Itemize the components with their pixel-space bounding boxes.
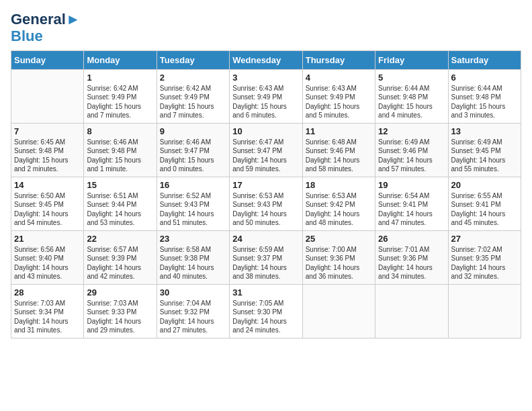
calendar-cell xyxy=(302,284,375,338)
day-number: 15 xyxy=(87,180,153,190)
day-number: 4 xyxy=(306,73,372,83)
calendar-cell: 12Sunrise: 6:49 AMSunset: 9:46 PMDayligh… xyxy=(375,123,448,177)
calendar-cell: 30Sunrise: 7:04 AMSunset: 9:32 PMDayligh… xyxy=(157,284,229,338)
calendar-week-4: 21Sunrise: 6:56 AMSunset: 9:40 PMDayligh… xyxy=(11,230,521,284)
page-header: General► Blue xyxy=(11,11,521,45)
day-number: 31 xyxy=(232,287,299,298)
calendar-cell: 20Sunrise: 6:55 AMSunset: 9:41 PMDayligh… xyxy=(448,177,521,230)
day-detail: Sunrise: 6:43 AMSunset: 9:49 PMDaylight:… xyxy=(306,84,372,120)
calendar-cell: 16Sunrise: 6:52 AMSunset: 9:43 PMDayligh… xyxy=(157,177,229,230)
calendar-cell: 18Sunrise: 6:53 AMSunset: 9:42 PMDayligh… xyxy=(302,177,375,230)
calendar-cell: 6Sunrise: 6:44 AMSunset: 9:48 PMDaylight… xyxy=(448,69,521,123)
calendar-cell: 3Sunrise: 6:43 AMSunset: 9:49 PMDaylight… xyxy=(230,69,302,123)
calendar-cell: 17Sunrise: 6:53 AMSunset: 9:43 PMDayligh… xyxy=(230,177,302,230)
calendar-cell: 29Sunrise: 7:03 AMSunset: 9:33 PMDayligh… xyxy=(84,284,157,338)
calendar-cell: 13Sunrise: 6:49 AMSunset: 9:45 PMDayligh… xyxy=(448,123,521,177)
day-number: 18 xyxy=(306,180,372,190)
day-detail: Sunrise: 6:47 AMSunset: 9:47 PMDaylight:… xyxy=(232,138,299,174)
calendar-header-monday: Monday xyxy=(84,50,157,69)
calendar-cell: 8Sunrise: 6:46 AMSunset: 9:48 PMDaylight… xyxy=(84,123,157,177)
calendar-cell: 21Sunrise: 6:56 AMSunset: 9:40 PMDayligh… xyxy=(11,230,84,284)
calendar-cell: 28Sunrise: 7:03 AMSunset: 9:34 PMDayligh… xyxy=(11,284,84,338)
day-detail: Sunrise: 7:00 AMSunset: 9:36 PMDaylight:… xyxy=(306,245,372,281)
calendar-week-3: 14Sunrise: 6:50 AMSunset: 9:45 PMDayligh… xyxy=(11,177,521,230)
calendar-header-friday: Friday xyxy=(375,50,448,69)
calendar-cell: 22Sunrise: 6:57 AMSunset: 9:39 PMDayligh… xyxy=(84,230,157,284)
day-number: 16 xyxy=(160,180,226,190)
logo: General► Blue xyxy=(11,11,81,45)
day-detail: Sunrise: 7:01 AMSunset: 9:36 PMDaylight:… xyxy=(378,245,445,281)
calendar-cell: 14Sunrise: 6:50 AMSunset: 9:45 PMDayligh… xyxy=(11,177,84,230)
day-number: 28 xyxy=(14,287,81,298)
day-detail: Sunrise: 6:50 AMSunset: 9:45 PMDaylight:… xyxy=(14,191,81,228)
day-detail: Sunrise: 6:43 AMSunset: 9:49 PMDaylight:… xyxy=(232,84,299,120)
day-detail: Sunrise: 6:44 AMSunset: 9:48 PMDaylight:… xyxy=(451,84,518,120)
day-detail: Sunrise: 6:57 AMSunset: 9:39 PMDaylight:… xyxy=(87,245,153,281)
day-detail: Sunrise: 6:53 AMSunset: 9:42 PMDaylight:… xyxy=(306,191,372,228)
day-number: 11 xyxy=(306,126,372,136)
calendar-cell xyxy=(11,69,84,123)
day-number: 27 xyxy=(451,234,518,244)
calendar-cell: 19Sunrise: 6:54 AMSunset: 9:41 PMDayligh… xyxy=(375,177,448,230)
day-number: 12 xyxy=(378,126,445,136)
calendar-cell: 23Sunrise: 6:58 AMSunset: 9:38 PMDayligh… xyxy=(157,230,229,284)
calendar-header-row: SundayMondayTuesdayWednesdayThursdayFrid… xyxy=(11,50,521,69)
calendar-cell: 5Sunrise: 6:44 AMSunset: 9:48 PMDaylight… xyxy=(375,69,448,123)
calendar-cell: 7Sunrise: 6:45 AMSunset: 9:48 PMDaylight… xyxy=(11,123,84,177)
day-number: 22 xyxy=(87,234,153,244)
calendar-cell xyxy=(448,284,521,338)
day-detail: Sunrise: 6:56 AMSunset: 9:40 PMDaylight:… xyxy=(14,245,81,281)
day-number: 19 xyxy=(378,180,445,190)
calendar-week-2: 7Sunrise: 6:45 AMSunset: 9:48 PMDaylight… xyxy=(11,123,521,177)
calendar-cell: 4Sunrise: 6:43 AMSunset: 9:49 PMDaylight… xyxy=(302,69,375,123)
calendar-cell: 11Sunrise: 6:48 AMSunset: 9:46 PMDayligh… xyxy=(302,123,375,177)
calendar-cell: 31Sunrise: 7:05 AMSunset: 9:30 PMDayligh… xyxy=(230,284,302,338)
day-detail: Sunrise: 6:42 AMSunset: 9:49 PMDaylight:… xyxy=(160,84,226,120)
day-detail: Sunrise: 7:04 AMSunset: 9:32 PMDaylight:… xyxy=(160,299,226,335)
calendar-cell: 2Sunrise: 6:42 AMSunset: 9:49 PMDaylight… xyxy=(157,69,229,123)
calendar-week-1: 1Sunrise: 6:42 AMSunset: 9:49 PMDaylight… xyxy=(11,69,521,123)
day-detail: Sunrise: 7:03 AMSunset: 9:33 PMDaylight:… xyxy=(87,299,153,335)
day-number: 20 xyxy=(451,180,518,190)
calendar-cell: 9Sunrise: 6:46 AMSunset: 9:47 PMDaylight… xyxy=(157,123,229,177)
calendar-header-sunday: Sunday xyxy=(11,50,84,69)
day-number: 10 xyxy=(232,126,299,136)
day-number: 25 xyxy=(306,234,372,244)
calendar-cell: 27Sunrise: 7:02 AMSunset: 9:35 PMDayligh… xyxy=(448,230,521,284)
day-detail: Sunrise: 6:51 AMSunset: 9:44 PMDaylight:… xyxy=(87,191,153,228)
calendar-header-saturday: Saturday xyxy=(448,50,521,69)
day-detail: Sunrise: 6:44 AMSunset: 9:48 PMDaylight:… xyxy=(378,84,445,120)
day-number: 29 xyxy=(87,287,153,298)
calendar-cell: 15Sunrise: 6:51 AMSunset: 9:44 PMDayligh… xyxy=(84,177,157,230)
day-number: 6 xyxy=(451,73,518,83)
calendar-header-wednesday: Wednesday xyxy=(230,50,302,69)
day-number: 14 xyxy=(14,180,81,190)
day-detail: Sunrise: 6:46 AMSunset: 9:47 PMDaylight:… xyxy=(160,138,226,174)
calendar-header-tuesday: Tuesday xyxy=(157,50,229,69)
day-number: 30 xyxy=(160,287,226,298)
calendar-cell: 25Sunrise: 7:00 AMSunset: 9:36 PMDayligh… xyxy=(302,230,375,284)
logo-blue: Blue xyxy=(11,28,81,44)
calendar-cell: 26Sunrise: 7:01 AMSunset: 9:36 PMDayligh… xyxy=(375,230,448,284)
day-detail: Sunrise: 7:05 AMSunset: 9:30 PMDaylight:… xyxy=(232,299,299,335)
logo-text: General► xyxy=(11,11,81,28)
calendar-week-5: 28Sunrise: 7:03 AMSunset: 9:34 PMDayligh… xyxy=(11,284,521,338)
day-detail: Sunrise: 6:55 AMSunset: 9:41 PMDaylight:… xyxy=(451,191,518,228)
day-detail: Sunrise: 6:42 AMSunset: 9:49 PMDaylight:… xyxy=(87,84,153,120)
day-number: 5 xyxy=(378,73,445,83)
day-detail: Sunrise: 6:49 AMSunset: 9:45 PMDaylight:… xyxy=(451,138,518,174)
day-number: 8 xyxy=(87,126,153,136)
day-number: 9 xyxy=(160,126,226,136)
day-number: 26 xyxy=(378,234,445,244)
day-detail: Sunrise: 7:02 AMSunset: 9:35 PMDaylight:… xyxy=(451,245,518,281)
day-number: 24 xyxy=(232,234,299,244)
day-number: 13 xyxy=(451,126,518,136)
day-number: 7 xyxy=(14,126,81,136)
day-detail: Sunrise: 6:48 AMSunset: 9:46 PMDaylight:… xyxy=(306,138,372,174)
day-detail: Sunrise: 6:52 AMSunset: 9:43 PMDaylight:… xyxy=(160,191,226,228)
day-detail: Sunrise: 6:59 AMSunset: 9:37 PMDaylight:… xyxy=(232,245,299,281)
day-detail: Sunrise: 7:03 AMSunset: 9:34 PMDaylight:… xyxy=(14,299,81,335)
day-number: 1 xyxy=(87,73,153,83)
calendar-header-thursday: Thursday xyxy=(302,50,375,69)
calendar-cell: 10Sunrise: 6:47 AMSunset: 9:47 PMDayligh… xyxy=(230,123,302,177)
